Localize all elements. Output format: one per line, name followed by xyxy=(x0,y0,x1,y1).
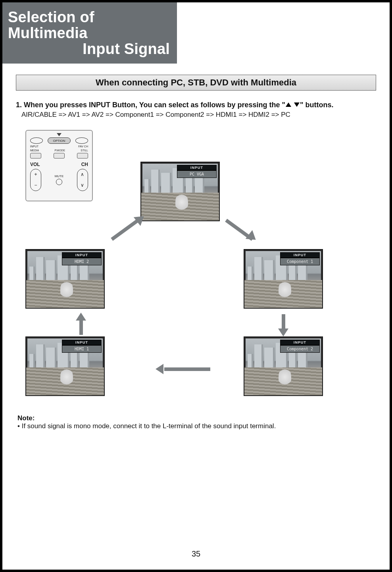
arrow-component1-to-component2-icon xyxy=(279,313,288,336)
arrow-component2-to-hdmi1-icon xyxy=(156,364,212,374)
step-1-heading: 1. When you presses INPUT Button, You ca… xyxy=(16,101,376,109)
up-arrow-icon xyxy=(286,102,291,107)
tv-screenshot-hdmi2: INPUT HDMI 2 xyxy=(25,249,105,309)
remote-still-button xyxy=(77,153,88,158)
arrow-hdmi2-to-pc-icon xyxy=(109,215,144,243)
input-overlay-value: Component 2 xyxy=(280,345,320,353)
remote-input-button xyxy=(30,137,43,144)
input-overlay-title: INPUT xyxy=(62,340,102,345)
tv-stand-icon xyxy=(175,162,185,162)
page-number: 35 xyxy=(2,549,390,558)
remote-mute-label: MUTE xyxy=(55,174,64,178)
tv-stand-icon xyxy=(60,336,70,337)
down-arrow-icon xyxy=(294,102,300,107)
title-line-2: Input Signal xyxy=(8,41,171,57)
diagram: OPTION INPUT FAV CH MEDIA P.MODE STILL xyxy=(17,130,375,400)
note-label: Note: xyxy=(17,414,375,422)
title-line-1: Selection of Multimedia xyxy=(8,10,171,41)
tv-screenshot-component2: INPUT Component 2 xyxy=(244,336,323,396)
page-title: Selection of Multimedia Input Signal xyxy=(2,2,177,64)
note-block: Note: • If sound signal is mono mode, co… xyxy=(17,414,375,430)
remote-top-icon xyxy=(57,133,61,136)
remote-pmode-button xyxy=(54,153,65,158)
tv-stand-icon xyxy=(60,249,70,250)
remote-still-label: STILL xyxy=(81,149,88,152)
tv-screenshot-component1: INPUT Component 1 xyxy=(244,249,323,309)
remote-option-button: OPTION xyxy=(48,137,71,144)
remote-mute-button xyxy=(56,179,62,185)
note-text: • If sound signal is mono mode, connect … xyxy=(17,422,375,430)
content-area: When connecting PC, STB, DVD with Multim… xyxy=(2,64,390,430)
remote-media-label: MEDIA xyxy=(30,149,39,152)
step-1-suffix: " buttons. xyxy=(300,101,334,109)
input-overlay-value: HDMI 2 xyxy=(62,258,102,265)
step-1-prefix: 1. When you presses INPUT Button, You ca… xyxy=(16,101,285,109)
arrow-hdmi1-to-hdmi2-icon xyxy=(76,313,86,336)
tv-stand-icon xyxy=(278,249,288,250)
arrow-pc-to-component1-icon xyxy=(220,215,256,243)
input-overlay-title: INPUT xyxy=(62,252,102,258)
remote-ch-rocker: ∧∨ xyxy=(77,169,88,191)
remote-ch-label: CH xyxy=(81,162,88,167)
manual-page: Selection of Multimedia Input Signal Whe… xyxy=(0,0,392,572)
section-heading: When connecting PC, STB, DVD with Multim… xyxy=(16,75,376,91)
input-overlay-title: INPUT xyxy=(177,165,217,170)
tv-screenshot-pc-vga: INPUT PC VGA xyxy=(140,162,220,221)
input-overlay-value: HDMI 1 xyxy=(62,345,102,353)
remote-vol-rocker: +− xyxy=(30,169,41,191)
remote-pmode-label: P.MODE xyxy=(54,149,65,152)
remote-media-button xyxy=(30,153,41,158)
input-overlay-value: PC VGA xyxy=(177,170,217,178)
remote-favch-label: FAV CH xyxy=(78,145,88,148)
step-1-sequence: AIR/CABLE => AV1 => AV2 => Component1 =>… xyxy=(21,111,376,119)
remote-vol-label: VOL xyxy=(30,162,40,167)
input-overlay-title: INPUT xyxy=(280,252,320,258)
tv-stand-icon xyxy=(278,336,288,337)
tv-screenshot-hdmi1: INPUT HDMI 1 xyxy=(25,336,105,396)
remote-input-label: INPUT xyxy=(30,145,38,148)
input-overlay-value: Component 1 xyxy=(280,258,320,265)
remote-control-figure: OPTION INPUT FAV CH MEDIA P.MODE STILL xyxy=(25,130,93,201)
remote-favch-button xyxy=(75,137,88,144)
input-overlay-title: INPUT xyxy=(280,340,320,345)
